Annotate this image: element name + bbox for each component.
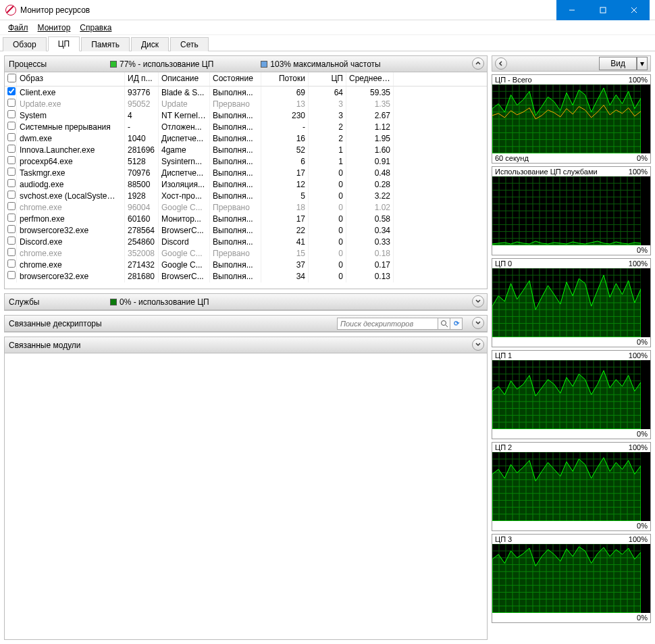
table-row[interactable]: browsercore32.exe281680BrowserC...Выполн… bbox=[5, 270, 487, 282]
chart-foot-left: 60 секунд bbox=[495, 154, 529, 162]
refresh-icon[interactable]: ⟳ bbox=[450, 318, 463, 330]
tab-bar: Обзор ЦП Память Диск Сеть bbox=[0, 35, 655, 51]
col-state[interactable]: Состояние bbox=[210, 72, 261, 86]
col-desc[interactable]: Описание bbox=[159, 72, 210, 86]
col-cpu[interactable]: ЦП bbox=[309, 72, 346, 86]
table-row[interactable]: Update.exe95052UpdateПрервано1331.35 bbox=[5, 98, 487, 109]
cell-pid: 93776 bbox=[125, 86, 159, 99]
menu-file[interactable]: Файл bbox=[4, 22, 32, 34]
expand-services-icon[interactable] bbox=[472, 295, 484, 307]
cell-avg: 2.67 bbox=[346, 109, 394, 122]
menu-help[interactable]: Справка bbox=[76, 22, 115, 34]
chart-foot-right: 0% bbox=[637, 522, 648, 530]
expand-handles-icon[interactable] bbox=[472, 317, 484, 329]
table-row[interactable]: chrome.exe271432Google C...Выполня...370… bbox=[5, 259, 487, 270]
collapse-processes-icon[interactable] bbox=[472, 57, 484, 70]
table-row[interactable]: chrome.exe96004Google C...Прервано1801.0… bbox=[5, 201, 487, 213]
tab-cpu[interactable]: ЦП bbox=[48, 36, 80, 51]
table-row[interactable]: Client.exe93776Blade & S...Выполня...696… bbox=[5, 86, 487, 98]
cell-pid: 96004 bbox=[125, 201, 159, 214]
cell-pid: 95052 bbox=[125, 98, 159, 110]
cell-avg: 0.13 bbox=[346, 270, 394, 282]
table-row[interactable]: Discord.exe254860DiscordВыполня...4100.3… bbox=[5, 236, 487, 247]
cell-pid: 5128 bbox=[125, 155, 159, 168]
tab-overview[interactable]: Обзор bbox=[3, 37, 47, 51]
col-pid[interactable]: ИД п... bbox=[125, 72, 159, 86]
row-checkbox[interactable] bbox=[7, 259, 16, 268]
chart-title: ЦП - Всего bbox=[495, 76, 532, 84]
row-checkbox[interactable] bbox=[7, 133, 16, 141]
expand-modules-icon[interactable] bbox=[472, 339, 484, 351]
cell-state: Прервано bbox=[210, 201, 261, 214]
tab-network[interactable]: Сеть bbox=[170, 37, 209, 51]
table-row[interactable]: Innova.Launcher.exe2816964gameВыполня...… bbox=[5, 144, 487, 155]
table-row[interactable]: procexp64.exe5128Sysintern...Выполня...6… bbox=[5, 155, 487, 167]
collapse-charts-icon[interactable] bbox=[495, 57, 507, 70]
row-checkbox[interactable] bbox=[7, 99, 16, 107]
table-row[interactable]: System4NT Kernel ...Выполня...23032.67 bbox=[5, 109, 487, 121]
close-button[interactable] bbox=[619, 0, 650, 20]
col-avg[interactable]: Среднее ... bbox=[346, 72, 394, 86]
cell-cpu: 0 bbox=[309, 167, 346, 179]
col-image[interactable]: Образ bbox=[17, 72, 125, 86]
view-dropdown-icon[interactable]: ▾ bbox=[637, 57, 648, 70]
chart-canvas bbox=[492, 544, 650, 613]
row-checkbox[interactable] bbox=[7, 214, 16, 222]
row-checkbox[interactable] bbox=[7, 156, 16, 164]
table-row[interactable]: Системные прерывания-Отложен...Выполня..… bbox=[5, 121, 487, 132]
table-row[interactable]: perfmon.exe60160Монитор...Выполня...1700… bbox=[5, 213, 487, 224]
col-checkbox[interactable] bbox=[5, 72, 17, 86]
tab-memory[interactable]: Память bbox=[81, 37, 130, 51]
table-row[interactable]: svchost.exe (LocalSystemNet...1928Хост-п… bbox=[5, 190, 487, 201]
cell-cpu: 2 bbox=[309, 121, 346, 133]
search-icon[interactable] bbox=[438, 318, 450, 330]
services-header[interactable]: Службы 0% - использование ЦП bbox=[5, 294, 487, 310]
chart-max: 100% bbox=[629, 535, 648, 543]
cell-threads: 22 bbox=[261, 224, 309, 237]
cell-avg: 0.33 bbox=[346, 236, 394, 248]
handles-search: ⟳ bbox=[337, 318, 463, 330]
processes-header[interactable]: Процессы 77% - использование ЦП 103% мак… bbox=[5, 56, 487, 72]
row-checkbox[interactable] bbox=[7, 191, 16, 199]
table-row[interactable]: audiodg.exe88500Изоляция...Выполня...120… bbox=[5, 178, 487, 190]
cell-pid: - bbox=[125, 121, 159, 133]
row-checkbox[interactable] bbox=[7, 271, 16, 279]
table-row[interactable]: browsercore32.exe278564BrowserC...Выполн… bbox=[5, 224, 487, 236]
cell-desc: BrowserC... bbox=[159, 270, 210, 282]
table-row[interactable]: chrome.exe352008Google C...Прервано1500.… bbox=[5, 247, 487, 259]
view-button[interactable]: Вид bbox=[599, 57, 637, 70]
row-checkbox[interactable] bbox=[7, 248, 16, 256]
row-checkbox[interactable] bbox=[7, 202, 16, 210]
row-checkbox[interactable] bbox=[7, 145, 16, 153]
table-row[interactable]: Taskmgr.exe70976Диспетче...Выполня...170… bbox=[5, 167, 487, 178]
services-swatch bbox=[110, 299, 117, 305]
table-row[interactable]: dwm.exe1040Диспетче...Выполня...1621.95 bbox=[5, 132, 487, 144]
row-checkbox[interactable] bbox=[7, 168, 16, 176]
cell-image: procexp64.exe bbox=[17, 155, 125, 168]
tab-disk[interactable]: Диск bbox=[131, 37, 169, 51]
cell-threads: 6 bbox=[261, 155, 309, 168]
cell-cpu: 0 bbox=[309, 270, 346, 282]
row-checkbox[interactable] bbox=[7, 87, 16, 95]
minimize-button[interactable] bbox=[556, 0, 587, 20]
modules-header[interactable]: Связанные модули bbox=[5, 337, 487, 353]
cell-avg: 0.17 bbox=[346, 259, 394, 271]
cell-avg: 1.12 bbox=[346, 121, 394, 133]
row-checkbox[interactable] bbox=[7, 225, 16, 233]
chart-max: 100% bbox=[629, 259, 648, 268]
cell-state: Выполня... bbox=[210, 236, 261, 248]
chart-2: ЦП 0100%0% bbox=[492, 258, 651, 347]
row-checkbox[interactable] bbox=[7, 237, 16, 245]
row-checkbox[interactable] bbox=[7, 122, 16, 130]
cell-pid: 254860 bbox=[125, 236, 159, 248]
menu-monitor[interactable]: Монитор bbox=[34, 22, 75, 34]
cell-desc: Google C... bbox=[159, 247, 210, 259]
col-threads[interactable]: Потоки bbox=[261, 72, 309, 86]
search-input[interactable] bbox=[337, 318, 438, 330]
handles-header[interactable]: Связанные дескрипторы ⟳ bbox=[5, 316, 487, 332]
cell-pid: 70976 bbox=[125, 167, 159, 179]
maximize-button[interactable] bbox=[587, 0, 619, 20]
svg-marker-110 bbox=[492, 275, 641, 337]
row-checkbox[interactable] bbox=[7, 110, 16, 118]
row-checkbox[interactable] bbox=[7, 179, 16, 187]
